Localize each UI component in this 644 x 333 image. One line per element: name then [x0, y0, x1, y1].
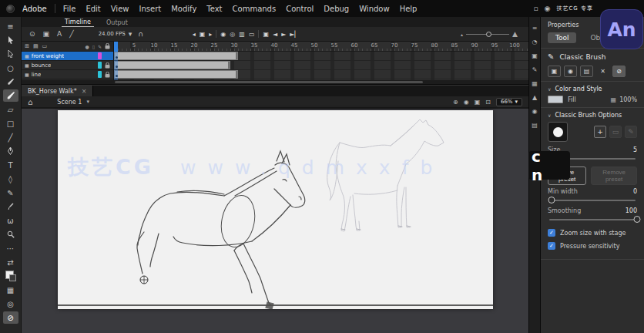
frame-row[interactable]	[114, 70, 528, 79]
selection-tool[interactable]	[3, 34, 18, 46]
hand-tool[interactable]: ω	[3, 214, 18, 227]
scene-home-icon[interactable]: ⌂	[28, 98, 32, 106]
snap-magnet-icon[interactable]: ∩	[138, 30, 143, 38]
loop-button[interactable]: ▭	[249, 31, 255, 38]
history-panel-icon[interactable]: ◔	[532, 39, 538, 45]
edit-multiple-frames-button[interactable]: ▥	[239, 31, 245, 38]
menu-item-file[interactable]: File	[63, 5, 76, 13]
layer-name[interactable]: line	[32, 72, 42, 78]
play-button[interactable]: ►	[281, 31, 286, 38]
center-frame-icon[interactable]: ⊕	[453, 99, 458, 106]
eraser-tool[interactable]: ▱	[3, 103, 18, 116]
frame-row[interactable]	[114, 52, 528, 61]
frame-span[interactable]	[114, 52, 238, 60]
record-dot-icon[interactable]: ◉	[545, 5, 551, 12]
layer-row-line[interactable]: ▦line	[22, 70, 113, 79]
color-style-header[interactable]: ∨ Color and Style	[548, 86, 637, 92]
frame-row[interactable]	[114, 61, 528, 70]
delete-brush-button[interactable]: ▭	[609, 126, 622, 138]
step-back-button[interactable]: ◄	[273, 31, 277, 38]
layer-name[interactable]: bounce	[32, 62, 52, 69]
highlight-column-icon[interactable]: ✎	[98, 44, 102, 49]
frame-rate-label[interactable]: 24.00 FPS	[99, 31, 126, 37]
timeline-hscroll-thumb[interactable]	[115, 81, 423, 83]
document-tab[interactable]: BK_Horse Walk* ×	[22, 86, 93, 96]
new-layer-button[interactable]: ⊞	[25, 43, 29, 49]
swap-colors-icon[interactable]: ⇄	[3, 256, 18, 268]
frame-ruler[interactable]: 5101520253035404550556065707580859095100	[114, 42, 528, 52]
no-color-icon[interactable]: ⊘	[3, 311, 18, 324]
line-tool[interactable]: ╱	[3, 131, 18, 143]
menu-item-edit[interactable]: Edit	[86, 5, 100, 13]
pasteboard[interactable]	[22, 109, 528, 333]
outline-mode-icon[interactable]: ◎	[3, 298, 18, 310]
dot-column-icon[interactable]: ●	[85, 44, 89, 49]
brushes-panel-icon[interactable]: ✎	[532, 66, 538, 73]
timeline-tab-timeline[interactable]: Timeline	[62, 18, 94, 27]
properties-tab-tool[interactable]: Tool	[548, 32, 576, 43]
layer-color-chip[interactable]	[98, 71, 102, 78]
stroke-fill-swatches[interactable]	[3, 270, 18, 282]
rectangle-tool[interactable]: □	[3, 117, 18, 130]
pencil-tool[interactable]: ✎	[3, 187, 18, 199]
camera-icon[interactable]: ◉	[464, 99, 469, 106]
fps-caret-icon[interactable]: ▾	[129, 30, 132, 38]
layer-row-front-weight[interactable]: ▦front weight	[22, 52, 113, 61]
brush-preview[interactable]	[548, 122, 568, 142]
more-tools-icon[interactable]: ⋯	[3, 242, 18, 254]
new-folder-button[interactable]: ▤	[33, 43, 39, 49]
stage[interactable]	[58, 110, 493, 309]
step-forward-button[interactable]: ►▏	[290, 31, 299, 38]
fit-to-window-icon[interactable]: ⊡	[485, 99, 491, 106]
frames-area[interactable]: 5101520253035404550556065707580859095100	[114, 42, 528, 80]
advanced-layers-icon[interactable]: A	[57, 30, 62, 38]
menu-item-view[interactable]: View	[111, 5, 129, 13]
classic-brush-tool[interactable]	[3, 89, 18, 102]
menu-item-help[interactable]: Help	[400, 5, 418, 13]
menu-item-text[interactable]: Text	[206, 5, 222, 13]
layer-color-chip[interactable]	[98, 52, 102, 59]
menu-item-debug[interactable]: Debug	[324, 5, 349, 13]
prev-frame-button[interactable]: ◂	[193, 31, 196, 38]
text-tool[interactable]: T	[3, 159, 18, 171]
checkbox-zoom-size-with-stage[interactable]: ✓	[548, 229, 555, 237]
outline-column-icon[interactable]: ▯	[92, 44, 95, 49]
size-value[interactable]: 5	[633, 146, 637, 153]
grid-snap-icon[interactable]: ▦	[3, 284, 18, 296]
edit-brush-button[interactable]: ✎	[625, 126, 637, 138]
onion-skin-button[interactable]: ◉	[220, 31, 226, 38]
components-panel-icon[interactable]: ▤	[532, 122, 538, 129]
show-layers-eye-icon[interactable]: ⊙	[29, 30, 35, 38]
layer-color-chip[interactable]	[98, 62, 102, 69]
smoothing-slider-knob[interactable]	[634, 216, 641, 223]
pressure-button[interactable]: ✕	[596, 66, 609, 77]
layer-name[interactable]: front weight	[32, 53, 64, 59]
brush-library-button[interactable]: ◉	[564, 66, 577, 77]
current-frame-button[interactable]: ▣	[200, 31, 206, 38]
fill-alpha-value[interactable]: 100%	[619, 96, 637, 103]
min-width-value[interactable]: 0	[633, 188, 637, 195]
pen-tool[interactable]	[3, 145, 18, 157]
smoothing-value[interactable]: 100	[626, 207, 637, 214]
timeline-hscrollbar[interactable]	[22, 80, 528, 84]
add-brush-button[interactable]: +	[594, 126, 606, 138]
subselection-tool[interactable]	[3, 48, 18, 60]
object-drawing-button[interactable]: ▣	[548, 66, 561, 77]
layer-row-bounce[interactable]: ▦bounce	[22, 61, 113, 70]
zoom-in-frames-icon[interactable]: ▲	[512, 30, 518, 38]
camera-layer-icon[interactable]: ▣	[43, 30, 50, 38]
graph-editor-icon[interactable]: ╱	[69, 30, 73, 38]
remove-preset-button[interactable]: Remove preset	[591, 166, 637, 185]
tilt-button[interactable]: ⊘	[612, 66, 626, 77]
scene-label[interactable]: Scene 1	[57, 99, 82, 106]
scene-caret-icon[interactable]: ▾	[86, 99, 89, 105]
timeline-zoom-knob[interactable]	[486, 32, 491, 37]
fill-color-swatch[interactable]	[548, 96, 563, 103]
menu-item-window[interactable]: Window	[359, 5, 389, 13]
brush-options-header[interactable]: ∨ Classic Brush Options	[548, 112, 637, 119]
stage-zoom-select[interactable]: 66% ▾	[496, 98, 522, 106]
paint-bucket-tool[interactable]: ◊	[3, 173, 18, 185]
transform-point-marker[interactable]	[140, 276, 148, 284]
menu-item-commands[interactable]: Commands	[233, 5, 277, 13]
close-document-icon[interactable]: ×	[82, 88, 87, 95]
